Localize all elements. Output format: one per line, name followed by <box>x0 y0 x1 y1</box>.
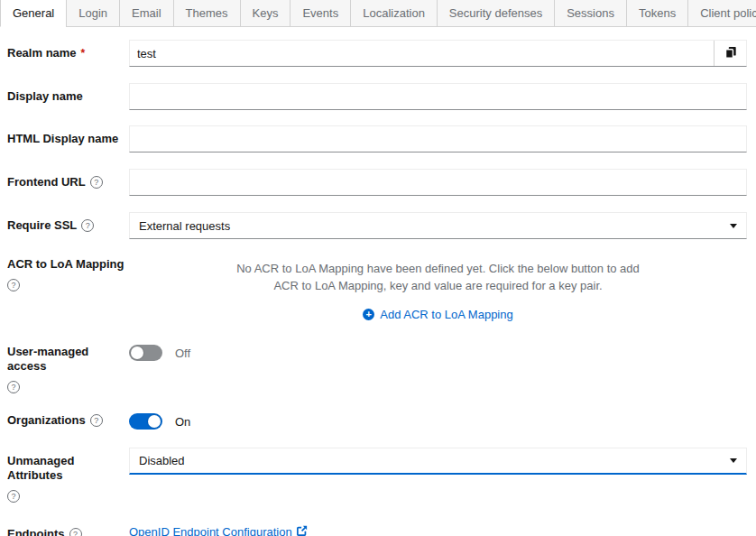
realm-name-input[interactable] <box>130 41 714 66</box>
caret-down-icon <box>730 458 737 463</box>
frontend-url-label: Frontend URL ? <box>7 169 129 189</box>
realm-name-label: Realm name * <box>7 40 129 60</box>
caret-down-icon <box>730 224 737 228</box>
tab-login[interactable]: Login <box>66 0 119 27</box>
add-acr-to-loa-button[interactable]: + Add ACR to LoA Mapping <box>363 308 512 321</box>
tab-general[interactable]: General <box>0 0 66 27</box>
display-name-input[interactable] <box>129 83 747 110</box>
question-circle-icon[interactable]: ? <box>7 490 20 503</box>
tab-tokens[interactable]: Tokens <box>626 0 687 27</box>
tab-events[interactable]: Events <box>290 0 350 27</box>
organizations-label: Organizations ? <box>7 411 129 428</box>
frontend-url-input[interactable] <box>129 169 747 196</box>
question-circle-icon[interactable]: ? <box>69 528 82 536</box>
require-ssl-select[interactable]: External requests <box>129 212 747 239</box>
question-circle-icon[interactable]: ? <box>7 381 20 393</box>
html-display-name-input[interactable] <box>129 125 747 152</box>
form-row-unmanaged-attributes: Unmanaged Attributes ? Disabled <box>7 448 747 503</box>
tab-email[interactable]: Email <box>119 0 173 27</box>
form-row-realm-name: Realm name * <box>7 40 747 67</box>
form-row-require-ssl: Require SSL ? External requests <box>7 212 747 239</box>
acr-empty-state: No ACR to LoA Mapping have been defined … <box>129 255 747 321</box>
display-name-label: Display name <box>7 83 129 104</box>
realm-settings-tabs: General Login Email Themes Keys Events L… <box>0 0 756 27</box>
question-circle-icon[interactable]: ? <box>7 279 20 291</box>
unmanaged-attributes-label: Unmanaged Attributes ? <box>7 448 129 503</box>
question-circle-icon[interactable]: ? <box>90 414 103 427</box>
form-row-organizations: Organizations ? On <box>7 411 747 430</box>
form-row-acr-to-loa: ACR to LoA Mapping ? No ACR to LoA Mappi… <box>7 255 747 321</box>
html-display-name-label: HTML Display name <box>7 125 129 146</box>
form-row-display-name: Display name <box>7 83 747 110</box>
require-ssl-label: Require SSL ? <box>7 212 129 233</box>
organizations-toggle[interactable] <box>129 413 162 430</box>
tab-sessions[interactable]: Sessions <box>554 0 626 27</box>
plus-circle-icon: + <box>363 309 374 320</box>
organizations-state: On <box>175 415 190 429</box>
tab-client-policies[interactable]: Client policies <box>687 0 756 27</box>
user-managed-access-label: User-managed access ? <box>7 343 129 393</box>
openid-endpoint-configuration-link[interactable]: OpenID Endpoint Configuration <box>129 523 747 536</box>
general-settings-form: Realm name * Display name <box>0 27 756 536</box>
acr-to-loa-label: ACR to LoA Mapping ? <box>7 255 129 291</box>
question-circle-icon[interactable]: ? <box>90 176 103 189</box>
unmanaged-attributes-select[interactable]: Disabled <box>129 448 747 475</box>
question-circle-icon[interactable]: ? <box>81 219 94 232</box>
form-row-frontend-url: Frontend URL ? <box>7 169 747 196</box>
endpoints-label: Endpoints ? <box>7 523 129 536</box>
form-row-html-display-name: HTML Display name <box>7 125 747 152</box>
tab-keys[interactable]: Keys <box>240 0 290 27</box>
acr-empty-text: No ACR to LoA Mapping have been defined … <box>233 260 643 294</box>
tab-localization[interactable]: Localization <box>350 0 437 27</box>
tab-themes[interactable]: Themes <box>173 0 240 27</box>
copy-button[interactable] <box>714 41 746 66</box>
user-managed-access-state: Off <box>175 347 190 360</box>
tab-security-defenses[interactable]: Security defenses <box>437 0 554 27</box>
copy-icon <box>724 46 737 61</box>
external-link-icon <box>297 523 308 536</box>
user-managed-access-toggle[interactable] <box>129 345 162 361</box>
toggle-knob <box>148 415 161 428</box>
required-asterisk: * <box>81 46 86 60</box>
form-row-user-managed-access: User-managed access ? Off <box>7 343 747 393</box>
form-row-endpoints: Endpoints ? OpenID Endpoint Configuratio… <box>7 523 747 536</box>
toggle-knob <box>131 347 143 359</box>
